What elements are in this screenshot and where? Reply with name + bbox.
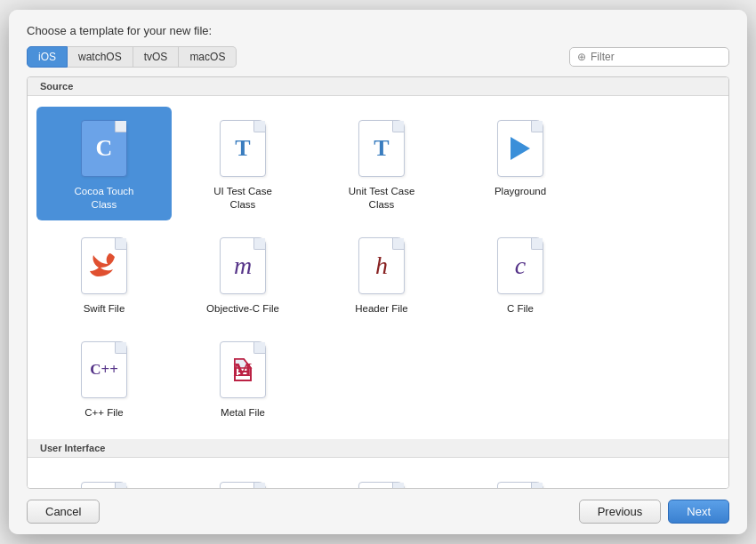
item-unit-test[interactable]: T Unit Test CaseClass (314, 107, 449, 220)
item-storyboard[interactable]: Storyboard (36, 468, 172, 489)
ui-test-label: UI Test CaseClass (213, 185, 272, 212)
filter-icon: ⊕ (577, 51, 586, 63)
source-items-grid: C Cocoa TouchClass T UI Test CaseClass (28, 96, 728, 439)
ui-test-icon: T (216, 117, 269, 180)
c-label: C File (507, 302, 534, 316)
tab-group: iOS watchOS tvOS macOS (27, 46, 237, 68)
objc-label: Objective-C File (206, 302, 279, 316)
dialog-header: Choose a template for your new file: iOS… (9, 10, 747, 76)
section-ui-header: User Interface (28, 439, 728, 458)
dialog-title: Choose a template for your new file: (27, 24, 729, 37)
toolbar: iOS watchOS tvOS macOS ⊕ (27, 46, 729, 68)
tab-tvos[interactable]: tvOS (133, 46, 180, 68)
launch-screen-icon: 1 (494, 479, 547, 489)
view-icon (216, 479, 269, 489)
metal-label: Metal File (221, 406, 265, 420)
header-label: Header File (355, 302, 407, 316)
item-cocoa-touch[interactable]: C Cocoa TouchClass (36, 107, 172, 220)
item-swift[interactable]: Swift File (36, 224, 172, 324)
item-objc[interactable]: m Objective-C File (175, 224, 310, 324)
c-file-icon: c (494, 235, 547, 297)
item-playground[interactable]: Playground (453, 107, 588, 220)
filter-input[interactable] (591, 51, 721, 63)
playground-icon (494, 117, 547, 180)
cocoa-touch-label: Cocoa TouchClass (75, 185, 134, 212)
cancel-button[interactable]: Cancel (27, 500, 100, 524)
objc-icon: m (216, 235, 269, 297)
item-ui-test[interactable]: T UI Test CaseClass (175, 107, 310, 220)
item-metal[interactable]: M M Metal File (175, 328, 310, 428)
header-icon: h (355, 235, 408, 297)
next-button[interactable]: Next (668, 500, 729, 524)
empty-icon (355, 479, 408, 489)
unit-test-icon: T (355, 117, 408, 180)
template-content: Source C Cocoa TouchClass T UI Test Ca (27, 76, 729, 489)
storyboard-icon (77, 479, 131, 489)
svg-marker-0 (511, 137, 530, 160)
item-view[interactable]: View (175, 468, 310, 489)
unit-test-label: Unit Test CaseClass (349, 185, 415, 212)
metal-icon: M M (216, 339, 269, 401)
cpp-label: C++ File (84, 406, 123, 420)
cocoa-touch-icon: C (77, 117, 131, 180)
playground-label: Playground (495, 185, 546, 198)
previous-button[interactable]: Previous (579, 500, 662, 524)
filter-box: ⊕ (569, 47, 729, 67)
nav-buttons: Previous Next (579, 500, 729, 524)
item-cpp[interactable]: C++ C++ File (36, 328, 172, 428)
item-c[interactable]: c C File (453, 224, 588, 324)
tab-watchos[interactable]: watchOS (68, 46, 133, 68)
section-source-header: Source (28, 77, 728, 96)
item-launch-screen[interactable]: 1 Launch Screen (453, 468, 588, 489)
item-empty[interactable]: Empty (314, 468, 449, 489)
swift-file-icon (77, 235, 131, 297)
dialog-footer: Cancel Previous Next (9, 489, 747, 534)
item-header[interactable]: h Header File (314, 224, 449, 324)
tab-ios[interactable]: iOS (27, 46, 68, 68)
tab-macos[interactable]: macOS (179, 46, 237, 68)
new-file-dialog: Choose a template for your new file: iOS… (9, 10, 747, 534)
cpp-icon: C++ (77, 339, 131, 401)
swift-label: Swift File (84, 302, 125, 316)
ui-items-grid: Storyboard View (28, 458, 728, 489)
